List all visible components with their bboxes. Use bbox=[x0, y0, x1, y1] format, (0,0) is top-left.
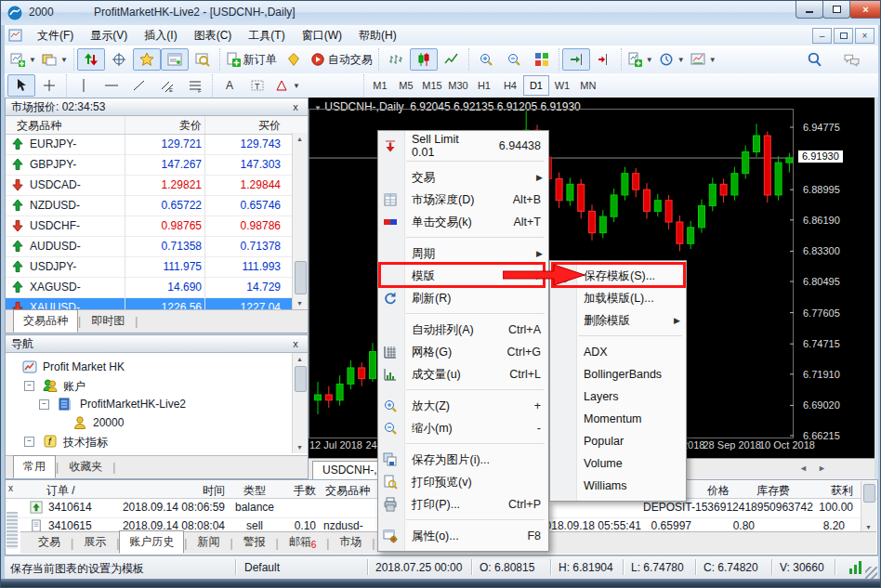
zoom-out-button[interactable] bbox=[500, 48, 528, 71]
context-menu-item-20[interactable]: 打印(P)...Ctrl+P bbox=[378, 493, 548, 516]
chart-shift-button[interactable] bbox=[590, 48, 618, 71]
menu-显示[interactable]: 显示(V) bbox=[82, 25, 136, 46]
template-submenu-item-9[interactable]: Popular bbox=[550, 430, 686, 452]
periods-button[interactable]: ▼ bbox=[656, 48, 688, 71]
terminal-tab-5[interactable]: 警报 bbox=[233, 530, 276, 554]
timeframe-w1-button[interactable]: W1 bbox=[549, 75, 575, 96]
terminal-tab-6[interactable]: 邮箱6 bbox=[279, 530, 327, 554]
terminal-tab-4[interactable]: 新闻 bbox=[187, 530, 230, 554]
expand-icon[interactable]: − bbox=[39, 399, 49, 410]
zoom-in-button[interactable] bbox=[472, 48, 500, 71]
market-watch-row-gbpjpy[interactable]: GBPJPY-147.267147.303 bbox=[6, 155, 308, 176]
template-submenu-item-2[interactable]: 加载模版(L)... bbox=[550, 287, 686, 309]
navigator-button[interactable] bbox=[133, 48, 161, 71]
template-submenu-item-8[interactable]: Momentum bbox=[550, 408, 686, 430]
trendline-button[interactable] bbox=[125, 74, 153, 97]
close-button[interactable]: × bbox=[849, 1, 881, 19]
template-submenu-item-7[interactable]: Layers bbox=[550, 385, 686, 408]
context-menu-item-15[interactable]: 放大(Z)+ bbox=[378, 395, 548, 417]
expert-advisors-button[interactable] bbox=[280, 48, 308, 71]
scroll-up-icon[interactable]: ▲ bbox=[295, 134, 305, 144]
menu-文件[interactable]: 文件(F) bbox=[29, 25, 82, 46]
terminal-tab-3[interactable]: 账户历史 bbox=[119, 530, 184, 554]
context-menu-item-19[interactable]: 打印预览(v) bbox=[378, 471, 548, 493]
context-menu-item-9[interactable]: 刷新(R) bbox=[378, 287, 548, 309]
label-tool-button[interactable]: T bbox=[243, 74, 271, 97]
terminal-scrollbar[interactable]: ▼ bbox=[861, 481, 876, 533]
context-menu-item-11[interactable]: 自动排列(A)Ctrl+A bbox=[378, 319, 548, 341]
market-watch-row-usdjpy[interactable]: USDJPY-111.975111.993 bbox=[6, 257, 308, 278]
navigator-tab-2[interactable]: 收藏夹 bbox=[59, 455, 112, 478]
expand-icon[interactable]: − bbox=[24, 437, 34, 447]
cursor-button[interactable] bbox=[7, 74, 35, 97]
menu-帮助[interactable]: 帮助(H) bbox=[350, 25, 405, 46]
template-submenu-item-6[interactable]: BollingerBands bbox=[550, 363, 686, 385]
data-window-button[interactable] bbox=[105, 48, 133, 71]
terminal-tab-2[interactable]: 展示 bbox=[73, 530, 116, 554]
context-menu-item-8[interactable]: 模版▶ bbox=[378, 265, 548, 287]
market-watch-tab-2[interactable]: 即时图 bbox=[81, 309, 135, 333]
menu-窗口[interactable]: 窗口(W) bbox=[294, 25, 350, 46]
market-watch-row-eurjpy[interactable]: EURJPY-129.721129.743 bbox=[6, 135, 308, 155]
new-chart-button[interactable]: ▼ bbox=[7, 48, 39, 71]
autotrading-button[interactable]: 自动交易 bbox=[308, 48, 375, 71]
search-button[interactable] bbox=[800, 48, 828, 71]
nav-item-1[interactable]: Profit Market HK bbox=[6, 359, 291, 375]
template-submenu-item-1[interactable]: 保存模板(S)... bbox=[550, 265, 686, 287]
channel-button[interactable]: E bbox=[153, 74, 181, 97]
menu-图表[interactable]: 图表(C) bbox=[186, 25, 241, 46]
strategy-tester-button[interactable] bbox=[189, 48, 217, 71]
context-menu-item-4[interactable]: 市场深度(D)Alt+B bbox=[378, 189, 548, 211]
menu-插入[interactable]: 插入(I) bbox=[136, 25, 185, 46]
market-watch-row-xagusd[interactable]: XAGUSD-14.69014.729 bbox=[6, 278, 308, 298]
terminal-tab-7[interactable]: 市场 bbox=[329, 530, 372, 554]
col-bid[interactable]: 卖价 bbox=[129, 118, 202, 134]
market-watch-row-nzdusd[interactable]: NZDUSD-0.657220.65746 bbox=[6, 196, 308, 216]
context-menu-item-13[interactable]: 成交量(u)Ctrl+L bbox=[378, 363, 548, 385]
hline-button[interactable] bbox=[98, 74, 125, 97]
navigator-tab-1[interactable]: 常用 bbox=[13, 455, 56, 478]
timeframe-h4-button[interactable]: H4 bbox=[497, 75, 523, 96]
line-chart-button[interactable] bbox=[438, 48, 466, 71]
auto-scroll-button[interactable] bbox=[562, 48, 590, 71]
col-symbol[interactable]: 交易品种 bbox=[325, 483, 370, 499]
tab-scroll-left-icon[interactable]: ◄ bbox=[799, 464, 808, 473]
indicators-button[interactable]: ▼ bbox=[625, 48, 656, 71]
context-menu-item-16[interactable]: 缩小(m)- bbox=[378, 417, 548, 439]
context-menu-item-18[interactable]: 保存为图片(i)... bbox=[378, 449, 548, 471]
community-button[interactable] bbox=[837, 48, 865, 71]
market-watch-tab-1[interactable]: 交易品种 bbox=[13, 309, 78, 333]
nav-item-5[interactable]: −f技术指标 bbox=[6, 433, 291, 450]
scroll-down-icon[interactable]: ▼ bbox=[295, 298, 305, 308]
new-order-button[interactable]: 新订单 bbox=[223, 48, 280, 71]
terminal-button[interactable] bbox=[161, 48, 189, 71]
status-profile[interactable]: Default bbox=[244, 561, 280, 574]
timeframe-m30-button[interactable]: M30 bbox=[445, 75, 471, 96]
mdi-minimize-button[interactable]: – bbox=[812, 28, 832, 44]
context-menu-item-3[interactable]: 交易▶ bbox=[378, 166, 548, 189]
template-submenu-item-10[interactable]: Volume bbox=[550, 452, 686, 475]
col-symbol[interactable]: 交易品种 bbox=[17, 118, 61, 134]
menu-工具[interactable]: 工具(T) bbox=[240, 25, 293, 46]
market-watch-row-usdchf[interactable]: USDCHF-0.987650.98786 bbox=[6, 216, 308, 237]
context-menu-item-1[interactable]: Sell Limit 0.016.94438 bbox=[378, 135, 548, 157]
template-submenu-item-11[interactable]: Williams bbox=[550, 475, 686, 497]
vline-button[interactable] bbox=[70, 74, 98, 97]
market-watch-close-icon[interactable]: x bbox=[289, 101, 302, 112]
context-menu-item-5[interactable]: 单击交易(k)Alt+T bbox=[378, 211, 548, 233]
timeframe-m5-button[interactable]: M5 bbox=[393, 75, 419, 96]
market-watch-row-audusd[interactable]: AUDUSD-0.713580.71378 bbox=[6, 237, 308, 257]
nav-item-3[interactable]: −ProfitMarketHK-Live2 bbox=[6, 396, 291, 412]
candlestick-button[interactable] bbox=[410, 48, 438, 71]
resize-grip[interactable] bbox=[865, 567, 877, 579]
scroll-up-icon[interactable]: ▲ bbox=[295, 354, 305, 364]
navigator-close-icon[interactable]: x bbox=[289, 338, 302, 349]
context-menu-item-7[interactable]: 周期▶ bbox=[378, 242, 548, 265]
terminal-tab-1[interactable]: 交易 bbox=[28, 530, 71, 554]
col-lots[interactable]: 手数 bbox=[167, 483, 316, 499]
mdi-close-button[interactable]: × bbox=[855, 28, 874, 44]
text-tool-button[interactable]: A bbox=[216, 74, 243, 97]
crosshair-tool-button[interactable] bbox=[35, 74, 63, 97]
maximize-button[interactable] bbox=[822, 1, 850, 19]
template-submenu-item-5[interactable]: ADX bbox=[550, 341, 686, 363]
